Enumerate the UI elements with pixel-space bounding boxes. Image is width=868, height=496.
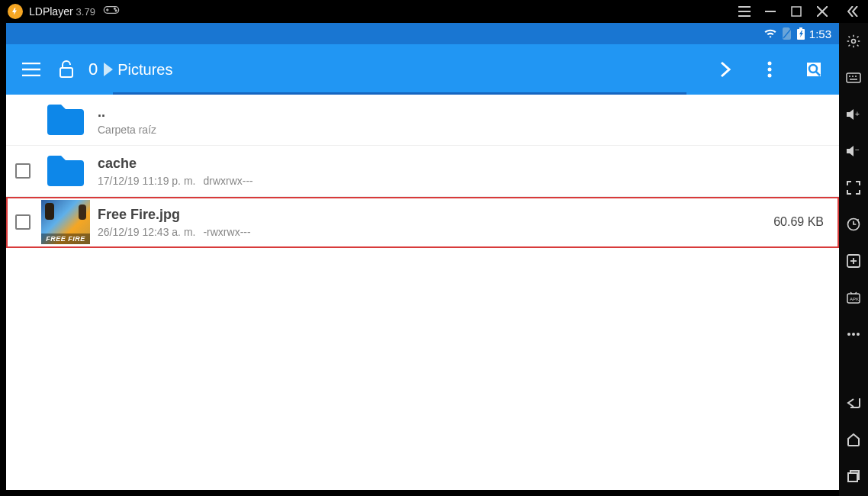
- svg-point-40: [847, 333, 850, 336]
- file-sub: Carpeta raíz: [98, 124, 156, 136]
- android-screen: 1:53 0 Pictures .. Carpeta raíz: [6, 23, 839, 490]
- file-perm: -rwxrwx---: [203, 226, 250, 238]
- svg-point-4: [115, 10, 117, 11]
- app-version: 3.79: [76, 6, 95, 18]
- checkbox[interactable]: [15, 214, 31, 230]
- menu-button[interactable]: [14, 52, 49, 87]
- chevron-right-icon: [104, 63, 113, 76]
- image-thumbnail: FREE FIRE: [41, 203, 90, 241]
- folder-icon: [41, 152, 90, 190]
- file-name: cache: [98, 156, 830, 172]
- svg-rect-9: [792, 7, 801, 16]
- hamburger-icon[interactable]: [737, 4, 752, 19]
- recent-apps-icon[interactable]: [844, 467, 863, 485]
- more-icon[interactable]: [844, 325, 863, 343]
- svg-point-21: [768, 74, 772, 78]
- close-icon[interactable]: [815, 4, 830, 19]
- android-statusbar: 1:53: [6, 23, 839, 44]
- settings-icon[interactable]: [844, 32, 863, 50]
- collapse-left-icon[interactable]: [845, 4, 860, 19]
- selection-counter: 0: [88, 60, 98, 79]
- fullscreen-icon[interactable]: [844, 179, 863, 197]
- svg-point-41: [852, 333, 855, 336]
- svg-point-42: [857, 333, 860, 336]
- forward-button[interactable]: [708, 52, 743, 87]
- file-date: 26/12/19 12:43 a. m.: [98, 226, 195, 238]
- battery-icon: [797, 27, 805, 40]
- svg-point-19: [768, 62, 772, 66]
- svg-point-3: [114, 8, 115, 9]
- gamepad-icon: [103, 5, 120, 18]
- app-toolbar: 0 Pictures: [6, 44, 839, 95]
- sim-icon: [782, 28, 792, 39]
- sync-icon[interactable]: [844, 215, 863, 234]
- list-item-parent[interactable]: .. Carpeta raíz: [6, 95, 839, 146]
- window-titlebar: LDPlayer 3.79: [0, 0, 868, 23]
- wifi-icon: [764, 27, 777, 40]
- file-size: 60.69 KB: [773, 215, 830, 229]
- file-perm: drwxrwx---: [203, 175, 252, 187]
- svg-rect-13: [799, 27, 802, 29]
- add-window-icon[interactable]: [844, 252, 863, 270]
- checkbox[interactable]: [15, 163, 31, 179]
- file-date: 17/12/19 11:19 p. m.: [98, 175, 195, 187]
- svg-rect-43: [848, 473, 857, 482]
- volume-up-icon[interactable]: +: [844, 105, 863, 124]
- search-button[interactable]: [796, 52, 831, 87]
- file-list: .. Carpeta raíz cache 17/12/19 11:19 p. …: [6, 95, 839, 248]
- breadcrumb-label: Pictures: [117, 61, 172, 79]
- file-name: ..: [98, 105, 830, 121]
- svg-text:+: +: [855, 110, 860, 118]
- keyboard-icon[interactable]: [844, 69, 863, 87]
- lock-button[interactable]: [49, 52, 84, 87]
- overflow-menu-button[interactable]: [752, 52, 787, 87]
- file-name: Free Fire.jpg: [98, 207, 773, 223]
- minimize-icon[interactable]: [763, 4, 778, 19]
- home-icon[interactable]: [844, 430, 863, 449]
- ldplayer-logo-icon: [8, 4, 23, 19]
- list-item-folder[interactable]: cache 17/12/19 11:19 p. m. drwxrwx---: [6, 146, 839, 197]
- app-title: LDPlayer: [29, 5, 73, 18]
- apk-icon[interactable]: APK: [844, 288, 863, 307]
- emulator-toolbar: + − APK: [839, 23, 868, 496]
- svg-point-20: [768, 68, 772, 72]
- svg-point-24: [852, 40, 856, 43]
- folder-icon: [41, 101, 90, 139]
- svg-rect-18: [60, 68, 72, 77]
- maximize-icon[interactable]: [789, 4, 804, 19]
- titlebar-controls: [737, 4, 860, 19]
- svg-rect-25: [847, 73, 860, 82]
- list-item-file[interactable]: FREE FIRE Free Fire.jpg 26/12/19 12:43 a…: [6, 197, 839, 248]
- svg-text:−: −: [855, 146, 860, 154]
- volume-down-icon[interactable]: −: [844, 142, 863, 160]
- back-icon[interactable]: [844, 394, 863, 412]
- breadcrumb[interactable]: Pictures: [104, 61, 172, 79]
- status-time: 1:53: [809, 27, 831, 40]
- svg-text:APK: APK: [850, 297, 859, 301]
